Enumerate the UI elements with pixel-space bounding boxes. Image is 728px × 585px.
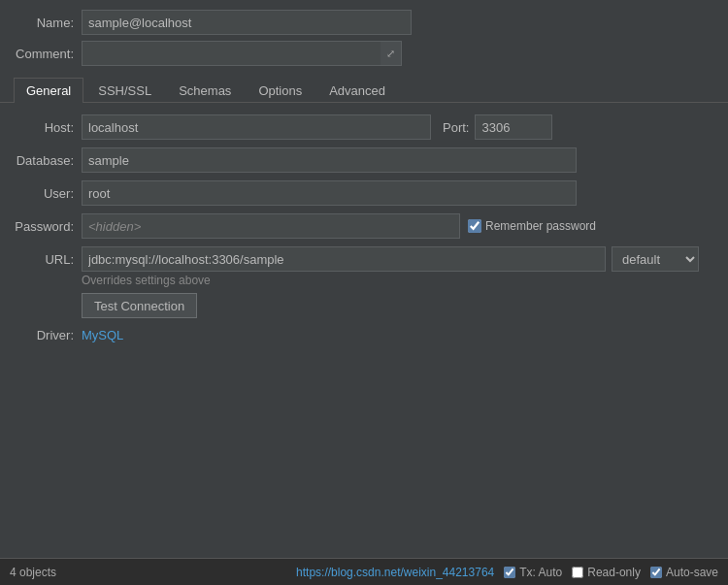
driver-link[interactable]: MySQL — [82, 328, 123, 342]
read-only-checkbox[interactable] — [572, 567, 583, 578]
url-row: URL: default — [14, 246, 714, 272]
tab-general[interactable]: General — [14, 78, 83, 103]
comment-label: Comment: — [14, 47, 82, 61]
objects-count: 4 objects — [10, 566, 56, 579]
comment-expand-button[interactable]: ⤢ — [381, 41, 402, 66]
read-only-label: Read-only — [587, 566, 641, 579]
tabs-bar: General SSH/SSL Schemas Options Advanced — [0, 78, 728, 103]
url-dropdown-wrapper: default — [612, 246, 699, 272]
auto-save-label: Auto-save — [666, 566, 718, 579]
comment-input[interactable] — [82, 41, 402, 66]
tx-auto-item: Tx: Auto — [504, 566, 562, 579]
tab-advanced[interactable]: Advanced — [316, 78, 398, 103]
user-row: User: — [14, 180, 714, 206]
url-input[interactable] — [82, 246, 606, 272]
driver-label: Driver: — [14, 328, 82, 342]
password-row: Password: Remember password — [14, 213, 714, 239]
tab-schemas[interactable]: Schemas — [166, 78, 244, 103]
tab-ssh-ssl[interactable]: SSH/SSL — [85, 78, 164, 103]
name-label: Name: — [14, 16, 82, 30]
test-connection-wrapper: Test Connection — [14, 293, 714, 318]
remember-password-label: Remember password — [485, 219, 596, 233]
database-input[interactable] — [82, 147, 577, 173]
read-only-item: Read-only — [572, 566, 641, 579]
tx-auto-checkbox[interactable] — [504, 567, 515, 578]
tab-options[interactable]: Options — [246, 78, 314, 103]
database-row: Database: — [14, 147, 714, 173]
status-link[interactable]: https://blog.csdn.net/weixin_44213764 — [296, 566, 494, 579]
comment-row: Comment: ⤢ — [14, 41, 714, 66]
test-connection-button[interactable]: Test Connection — [82, 293, 197, 318]
password-label: Password: — [14, 219, 82, 234]
driver-row: Driver: MySQL — [14, 328, 714, 342]
user-input[interactable] — [82, 180, 577, 206]
overrides-text: Overrides settings above — [82, 274, 714, 287]
auto-save-checkbox[interactable] — [650, 567, 662, 578]
database-label: Database: — [14, 153, 82, 168]
port-label: Port: — [443, 120, 469, 135]
host-input[interactable] — [82, 114, 431, 140]
remember-row: Remember password — [468, 219, 596, 233]
host-row: Host: Port: — [14, 114, 714, 140]
name-input[interactable] — [82, 10, 412, 35]
status-bar: 4 objects https://blog.csdn.net/weixin_4… — [0, 558, 728, 585]
url-label: URL: — [14, 252, 82, 267]
host-label: Host: — [14, 120, 82, 135]
status-right: https://blog.csdn.net/weixin_44213764 Tx… — [296, 566, 718, 579]
top-section: Name: Comment: ⤢ — [0, 0, 728, 78]
password-input[interactable] — [82, 213, 460, 239]
auto-save-item: Auto-save — [650, 566, 718, 579]
tx-auto-label: Tx: Auto — [519, 566, 562, 579]
main-content: Host: Port: Database: User: Password: Re… — [0, 103, 728, 558]
name-row: Name: — [14, 10, 714, 35]
remember-password-checkbox[interactable] — [468, 219, 481, 233]
port-input[interactable] — [475, 114, 552, 140]
url-dropdown[interactable]: default — [612, 246, 699, 272]
user-label: User: — [14, 186, 82, 201]
